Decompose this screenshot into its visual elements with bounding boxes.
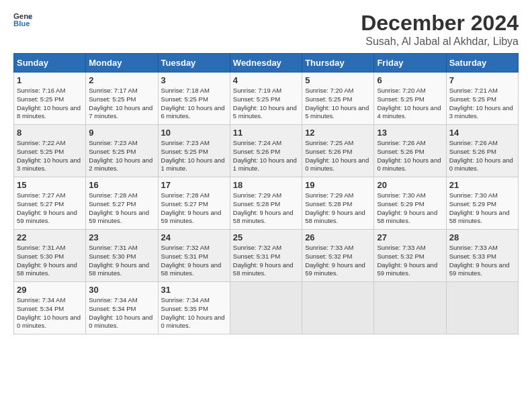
calendar-cell: 27 Sunrise: 7:33 AMSunset: 5:32 PMDaylig… xyxy=(374,230,446,282)
calendar-cell: 10 Sunrise: 7:23 AMSunset: 5:25 PMDaylig… xyxy=(158,125,230,177)
day-number: 6 xyxy=(377,75,443,85)
cell-detail: Sunrise: 7:33 AMSunset: 5:32 PMDaylight:… xyxy=(305,244,371,278)
cell-detail: Sunrise: 7:22 AMSunset: 5:25 PMDaylight:… xyxy=(17,139,83,173)
calendar-cell: 29 Sunrise: 7:34 AMSunset: 5:34 PMDaylig… xyxy=(14,282,86,334)
calendar-cell: 12 Sunrise: 7:25 AMSunset: 5:26 PMDaylig… xyxy=(302,125,374,177)
col-wednesday: Wednesday xyxy=(230,54,302,73)
cell-detail: Sunrise: 7:23 AMSunset: 5:25 PMDaylight:… xyxy=(89,139,154,173)
title-block: December 2024 Susah, Al Jabal al Akhdar,… xyxy=(361,11,519,48)
cell-detail: Sunrise: 7:29 AMSunset: 5:28 PMDaylight:… xyxy=(233,191,299,226)
col-saturday: Saturday xyxy=(446,54,518,73)
calendar-cell: 25 Sunrise: 7:32 AMSunset: 5:31 PMDaylig… xyxy=(230,230,302,282)
day-number: 10 xyxy=(161,128,227,138)
col-monday: Monday xyxy=(86,54,158,73)
day-number: 14 xyxy=(449,128,515,138)
calendar-cell: 30 Sunrise: 7:34 AMSunset: 5:34 PMDaylig… xyxy=(86,282,158,334)
calendar-cell: 13 Sunrise: 7:26 AMSunset: 5:26 PMDaylig… xyxy=(374,125,446,177)
cell-detail: Sunrise: 7:29 AMSunset: 5:28 PMDaylight:… xyxy=(305,191,371,226)
day-number: 22 xyxy=(17,232,83,242)
col-sunday: Sunday xyxy=(14,54,86,73)
calendar-cell xyxy=(230,282,302,334)
logo: General Blue xyxy=(13,11,32,30)
calendar-cell: 2 Sunrise: 7:17 AMSunset: 5:25 PMDayligh… xyxy=(86,73,158,125)
calendar-cell: 20 Sunrise: 7:30 AMSunset: 5:29 PMDaylig… xyxy=(374,177,446,230)
day-number: 17 xyxy=(161,180,227,190)
day-number: 3 xyxy=(161,75,227,85)
cell-detail: Sunrise: 7:21 AMSunset: 5:25 PMDaylight:… xyxy=(449,87,515,121)
cell-detail: Sunrise: 7:18 AMSunset: 5:25 PMDaylight:… xyxy=(161,87,227,121)
calendar-cell: 6 Sunrise: 7:20 AMSunset: 5:25 PMDayligh… xyxy=(374,73,446,125)
calendar-cell: 17 Sunrise: 7:28 AMSunset: 5:27 PMDaylig… xyxy=(158,177,230,230)
calendar-cell: 15 Sunrise: 7:27 AMSunset: 5:27 PMDaylig… xyxy=(14,177,86,230)
day-number: 25 xyxy=(233,232,299,242)
calendar-cell: 8 Sunrise: 7:22 AMSunset: 5:25 PMDayligh… xyxy=(14,125,86,177)
cell-detail: Sunrise: 7:30 AMSunset: 5:29 PMDaylight:… xyxy=(377,191,443,226)
day-number: 7 xyxy=(449,75,515,85)
logo-icon: General Blue xyxy=(13,11,32,30)
calendar-week-5: 29 Sunrise: 7:34 AMSunset: 5:34 PMDaylig… xyxy=(14,282,519,334)
subtitle: Susah, Al Jabal al Akhdar, Libya xyxy=(361,36,519,48)
day-number: 31 xyxy=(161,285,227,295)
day-number: 28 xyxy=(449,232,515,242)
cell-detail: Sunrise: 7:28 AMSunset: 5:27 PMDaylight:… xyxy=(161,191,227,226)
day-number: 21 xyxy=(449,180,515,190)
col-tuesday: Tuesday xyxy=(158,54,230,73)
cell-detail: Sunrise: 7:25 AMSunset: 5:26 PMDaylight:… xyxy=(305,139,371,173)
cell-detail: Sunrise: 7:26 AMSunset: 5:26 PMDaylight:… xyxy=(449,139,515,173)
cell-detail: Sunrise: 7:20 AMSunset: 5:25 PMDaylight:… xyxy=(305,87,371,121)
day-number: 27 xyxy=(377,232,443,242)
day-number: 18 xyxy=(233,180,299,190)
header: General Blue December 2024 Susah, Al Jab… xyxy=(13,11,519,48)
cell-detail: Sunrise: 7:16 AMSunset: 5:25 PMDaylight:… xyxy=(17,87,83,121)
header-row: Sunday Monday Tuesday Wednesday Thursday… xyxy=(14,54,519,73)
calendar-cell: 9 Sunrise: 7:23 AMSunset: 5:25 PMDayligh… xyxy=(86,125,158,177)
day-number: 9 xyxy=(89,128,154,138)
calendar-cell: 14 Sunrise: 7:26 AMSunset: 5:26 PMDaylig… xyxy=(446,125,518,177)
day-number: 29 xyxy=(17,285,83,295)
day-number: 4 xyxy=(233,75,299,85)
cell-detail: Sunrise: 7:17 AMSunset: 5:25 PMDaylight:… xyxy=(89,87,154,121)
calendar-cell: 31 Sunrise: 7:34 AMSunset: 5:35 PMDaylig… xyxy=(158,282,230,334)
calendar-cell: 26 Sunrise: 7:33 AMSunset: 5:32 PMDaylig… xyxy=(302,230,374,282)
calendar-cell: 24 Sunrise: 7:32 AMSunset: 5:31 PMDaylig… xyxy=(158,230,230,282)
cell-detail: Sunrise: 7:34 AMSunset: 5:35 PMDaylight:… xyxy=(161,296,227,330)
day-number: 11 xyxy=(233,128,299,138)
calendar-cell: 7 Sunrise: 7:21 AMSunset: 5:25 PMDayligh… xyxy=(446,73,518,125)
calendar-cell xyxy=(374,282,446,334)
cell-detail: Sunrise: 7:32 AMSunset: 5:31 PMDaylight:… xyxy=(161,244,227,278)
day-number: 16 xyxy=(89,180,154,190)
cell-detail: Sunrise: 7:31 AMSunset: 5:30 PMDaylight:… xyxy=(17,244,83,278)
cell-detail: Sunrise: 7:20 AMSunset: 5:25 PMDaylight:… xyxy=(377,87,443,121)
day-number: 5 xyxy=(305,75,371,85)
cell-detail: Sunrise: 7:23 AMSunset: 5:25 PMDaylight:… xyxy=(161,139,227,173)
calendar-cell: 22 Sunrise: 7:31 AMSunset: 5:30 PMDaylig… xyxy=(14,230,86,282)
col-thursday: Thursday xyxy=(302,54,374,73)
calendar-cell: 3 Sunrise: 7:18 AMSunset: 5:25 PMDayligh… xyxy=(158,73,230,125)
calendar-cell: 28 Sunrise: 7:33 AMSunset: 5:33 PMDaylig… xyxy=(446,230,518,282)
calendar-cell xyxy=(446,282,518,334)
svg-text:Blue: Blue xyxy=(13,19,30,28)
day-number: 8 xyxy=(17,128,83,138)
cell-detail: Sunrise: 7:34 AMSunset: 5:34 PMDaylight:… xyxy=(89,296,154,330)
calendar-cell: 23 Sunrise: 7:31 AMSunset: 5:30 PMDaylig… xyxy=(86,230,158,282)
main-title: December 2024 xyxy=(361,11,519,36)
cell-detail: Sunrise: 7:24 AMSunset: 5:26 PMDaylight:… xyxy=(233,139,299,173)
page: General Blue December 2024 Susah, Al Jab… xyxy=(0,0,532,411)
calendar-cell: 1 Sunrise: 7:16 AMSunset: 5:25 PMDayligh… xyxy=(14,73,86,125)
calendar-cell: 21 Sunrise: 7:30 AMSunset: 5:29 PMDaylig… xyxy=(446,177,518,230)
day-number: 2 xyxy=(89,75,154,85)
day-number: 30 xyxy=(89,285,154,295)
cell-detail: Sunrise: 7:33 AMSunset: 5:33 PMDaylight:… xyxy=(449,244,515,278)
day-number: 20 xyxy=(377,180,443,190)
cell-detail: Sunrise: 7:32 AMSunset: 5:31 PMDaylight:… xyxy=(233,244,299,278)
calendar-week-2: 8 Sunrise: 7:22 AMSunset: 5:25 PMDayligh… xyxy=(14,125,519,177)
cell-detail: Sunrise: 7:26 AMSunset: 5:26 PMDaylight:… xyxy=(377,139,443,173)
cell-detail: Sunrise: 7:33 AMSunset: 5:32 PMDaylight:… xyxy=(377,244,443,278)
calendar-week-4: 22 Sunrise: 7:31 AMSunset: 5:30 PMDaylig… xyxy=(14,230,519,282)
day-number: 24 xyxy=(161,232,227,242)
cell-detail: Sunrise: 7:31 AMSunset: 5:30 PMDaylight:… xyxy=(89,244,154,278)
cell-detail: Sunrise: 7:30 AMSunset: 5:29 PMDaylight:… xyxy=(449,191,515,226)
calendar-cell: 5 Sunrise: 7:20 AMSunset: 5:25 PMDayligh… xyxy=(302,73,374,125)
cell-detail: Sunrise: 7:19 AMSunset: 5:25 PMDaylight:… xyxy=(233,87,299,121)
day-number: 15 xyxy=(17,180,83,190)
